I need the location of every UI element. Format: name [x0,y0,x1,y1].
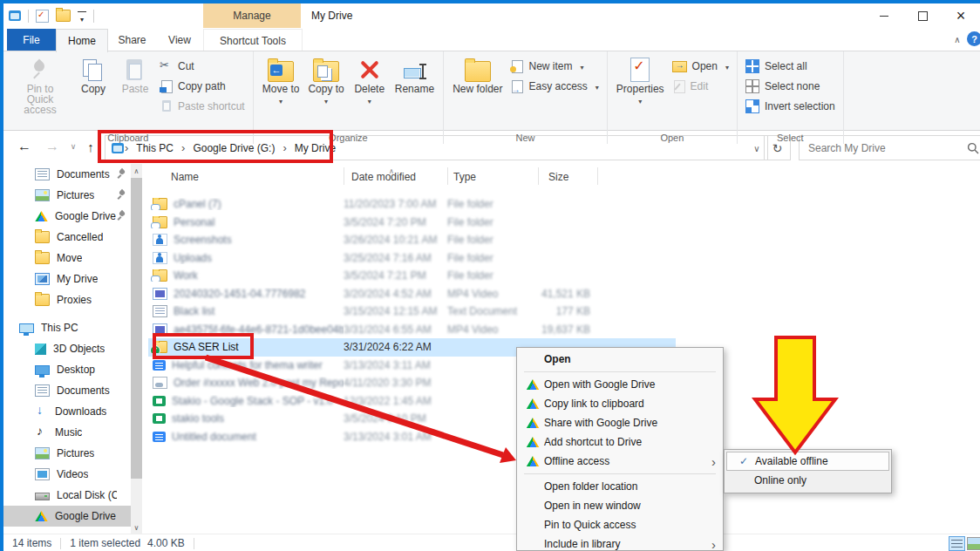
column-header-name[interactable]: Name [171,171,199,183]
sidebar-item-videos[interactable]: Videos [3,464,131,485]
sidebar-item-cancelled[interactable]: Cancelled [3,227,131,248]
sidebar-item-google-drive[interactable]: Google Drive [3,206,131,227]
file-name-cell: ae43575f-6fe-44e6-8721-1d0bee04b1 … [148,323,344,336]
menu-item-open[interactable]: Open [517,350,723,369]
sidebar-item-move[interactable]: Move [3,248,131,269]
drive-icon [35,211,48,222]
paste-shortcut-button[interactable]: Paste shortcut [156,98,248,114]
edit-button[interactable]: Edit [669,78,732,94]
menu-item-offline-access[interactable]: Offline access [517,452,723,471]
file-row-personal[interactable]: Personal3/5/2024 7:20 PMFile folder [148,214,980,232]
file-row-20240320-1451-04-7776982[interactable]: 20240320-1451-04.77769823/20/2024 4:52 A… [148,285,980,303]
down-icon [35,406,48,417]
tab-file[interactable]: File [7,29,56,51]
column-header-type[interactable]: Type [453,171,476,183]
tab-share[interactable]: Share [108,29,156,51]
select-all-button[interactable]: Select all [742,58,839,74]
new-folder-button[interactable]: New folder [448,53,507,117]
sidebar-item-downloads[interactable]: Downloads [3,401,131,422]
details-view-icon[interactable] [949,536,965,551]
sidebar-item-music[interactable]: Music [3,422,131,443]
easy-access-button[interactable]: Easy access [507,78,602,94]
move-to-button[interactable]: Move to [258,53,304,117]
tab-home[interactable]: Home [56,29,108,52]
sidebar-item-local-disk-c[interactable]: Local Disk (C:) [3,485,131,506]
properties-button[interactable]: Properties [612,53,669,117]
scroll-up-icon[interactable] [131,164,142,177]
column-header-date[interactable]: Date modified [351,171,416,183]
submenu-item-online-only[interactable]: Online only [726,471,889,490]
new-folder-qat-icon[interactable] [56,10,71,22]
cut-button[interactable]: Cut [156,58,248,74]
scrollbar-thumb[interactable] [131,178,142,479]
column-divider[interactable] [538,167,539,185]
menu-item-open-folder-location[interactable]: Open folder location [517,477,723,496]
sidebar-item-label: Music [55,426,82,439]
sidebar-item-desktop[interactable]: Desktop [3,359,131,380]
tab-view[interactable]: View [156,29,203,51]
file-date: 3/5/2024 7:21 PM [344,269,447,282]
desktop-icon [35,365,50,375]
button-label: Copy to [308,84,344,94]
sidebar-item-3d-objects[interactable]: 3D Objects [3,338,131,359]
sidebar-item-proxies[interactable]: Proxies [3,289,131,310]
sidebar-item-label: Google Drive (G: [55,510,117,522]
divider [28,10,29,23]
sidebar-item-google-drive-g[interactable]: Google Drive (G: [3,506,131,527]
customize-qat-icon[interactable] [78,11,86,20]
rename-icon [402,63,426,80]
menu-item-share-with-google-drive[interactable]: Share with Google Drive [517,413,723,432]
submenu-item-available-offline[interactable]: Available offline [726,452,889,471]
scroll-down-icon[interactable] [131,520,142,534]
menu-item-pin-to-quick-access[interactable]: Pin to Quick access [517,515,723,534]
minimize-button[interactable] [865,3,903,28]
invert-selection-button[interactable]: Invert selection [742,98,839,114]
rename-button[interactable]: Rename [391,53,439,117]
file-row-cpanel-7[interactable]: cPanel (7)11/20/2023 7:00 AMFile folder [148,195,980,214]
properties-qat-icon[interactable] [36,10,49,23]
file-row-black-list[interactable]: Black list3/15/2024 12:15 AMText Documen… [148,303,980,321]
menu-item-open-in-new-window[interactable]: Open in new window [517,496,723,515]
menu-item-copy-link-to-clipboard[interactable]: Copy link to clipboard [517,394,723,413]
menu-item-include-in-library[interactable]: Include in library [517,534,723,551]
pin-to-quick-access-button[interactable]: Pin to Quick access [8,53,72,117]
column-divider[interactable] [447,167,448,185]
close-button[interactable] [942,3,980,28]
copy-to-button[interactable]: Copy to [303,53,348,117]
file-row-ae43575f-6fe-44e6-8721-1d0bee04b1[interactable]: ae43575f-6fe-44e6-8721-1d0bee04b1 …3/31/… [148,321,980,339]
copy-button[interactable]: Copy [72,53,114,117]
manage-contextual-tab[interactable]: Manage [203,3,301,28]
open-button[interactable]: Open [669,58,732,74]
tab-shortcut-tools[interactable]: Shortcut Tools [203,29,303,51]
new-item-button[interactable]: New item [507,58,602,74]
menu-item-open-with-google-drive[interactable]: Open with Google Drive [517,375,723,394]
column-divider[interactable] [597,167,598,185]
sidebar-item-documents[interactable]: Documents [3,380,131,401]
copy-to-icon [313,61,339,82]
sidebar-item-my-drive[interactable]: My Drive [3,269,131,289]
column-divider[interactable] [344,167,344,185]
file-row-screenshots[interactable]: Screenshots3/26/2024 10:21 AMFile folder [148,231,980,249]
column-header-size[interactable]: Size [548,171,568,183]
help-icon[interactable] [967,31,980,46]
ribbon-group-new: New folder New item Easy access New [444,51,608,144]
collapse-ribbon-icon[interactable] [950,33,964,47]
sidebar-item-pictures[interactable]: Pictures [3,443,131,464]
ribbon-group-clipboard: Pin to Quick access Copy Paste Cut Copy … [3,51,254,144]
file-row-work[interactable]: Work3/5/2024 7:21 PMFile folder [148,267,980,285]
menu-item-add-shortcut-to-drive[interactable]: Add shortcut to Drive [517,432,723,452]
delete-button[interactable]: Delete [349,53,391,117]
sidebar-item-documents[interactable]: Documents [3,164,131,185]
copy-path-button[interactable]: Copy path [156,78,248,94]
file-row-uploads[interactable]: Uploads3/25/2024 7:16 AMFile folder [148,249,980,268]
thumbnails-view-icon[interactable] [967,537,980,550]
sidebar-item-pictures[interactable]: Pictures [3,185,131,206]
paste-button[interactable]: Paste [114,53,156,117]
share-icon [153,252,167,264]
maximize-button[interactable] [903,3,942,28]
sidebar-item-this-pc[interactable]: This PC [3,317,131,338]
select-none-button[interactable]: Select none [742,78,839,94]
file-type: File folder [447,252,538,264]
menu-item-label: Open in new window [544,500,716,512]
sidebar-scrollbar[interactable] [131,164,142,534]
